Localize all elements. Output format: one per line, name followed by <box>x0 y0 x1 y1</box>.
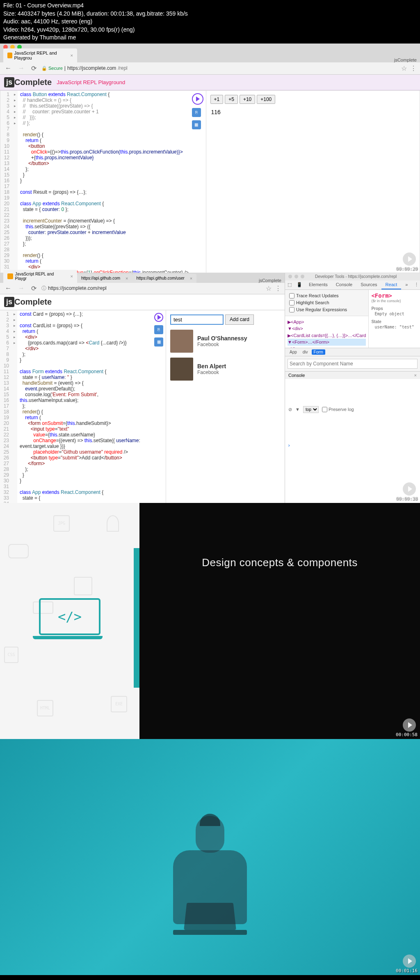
laptop-icon: </> <box>37 598 103 643</box>
context-select[interactable]: top <box>303 406 319 413</box>
format-icon[interactable]: ⎘ <box>192 108 201 117</box>
add-card-button[interactable]: Add card <box>225 314 254 325</box>
code-content[interactable]: class Button extends React.Component { /… <box>18 91 206 273</box>
plus-5-button[interactable]: +5 <box>225 95 238 104</box>
line-number-gutter: 1234567891011121314151617181920212223242… <box>0 91 12 273</box>
maximize-window-icon[interactable] <box>301 275 304 278</box>
timestamp-label: 00:00:58 <box>396 732 418 737</box>
format-icon[interactable]: ⎘ <box>154 325 163 334</box>
timestamp-label: 00:00:20 <box>396 266 418 271</box>
card-name: Ben Alpert <box>197 363 226 370</box>
address-bar[interactable]: ⓘ https://jscomplete.com/repl <box>41 285 262 292</box>
accent-bar <box>134 548 139 688</box>
use-regex-checkbox[interactable]: Use Regular Expressions <box>289 306 364 313</box>
devtools-title-bar: Developer Tools - https://jscomplete.com… <box>285 273 420 280</box>
secure-badge: 🔒 Secure <box>41 66 63 71</box>
devtools-tabs: ⬚ 📱 Elements Console Sources React » ⋮ <box>285 280 420 290</box>
close-tab-icon[interactable]: × <box>71 53 73 58</box>
devtools-menu-icon[interactable]: ⋮ <box>412 280 420 289</box>
breadcrumb-item[interactable]: Form <box>312 349 325 355</box>
address-bar-row: ← → ⟳ ⓘ https://jscomplete.com/repl ☆ ⋮ <box>0 283 285 294</box>
filter-icon[interactable]: ▼ <box>295 407 300 412</box>
bookmark-icon[interactable]: ☆ <box>266 285 272 292</box>
play-overlay-icon[interactable] <box>403 718 416 732</box>
device-icon[interactable]: 📱 <box>294 280 305 289</box>
breadcrumb-item[interactable]: div <box>301 349 310 355</box>
jscomplete-logo[interactable]: jsComplete <box>4 77 52 87</box>
bookmark-icon[interactable]: ☆ <box>401 64 407 72</box>
reload-button[interactable]: ⟳ <box>30 285 38 292</box>
devtools-title: Developer Tools - https://jscomplete.com… <box>315 274 397 279</box>
presenter-silhouette <box>169 816 251 947</box>
address-bar[interactable]: 🔒 Secure | https://jscomplete.com/repl <box>41 65 398 71</box>
repl-container: 1234567891011121314151617181920212223242… <box>0 90 420 273</box>
props-value: Empty object <box>371 312 418 316</box>
back-button[interactable]: ← <box>3 64 13 72</box>
preserve-log-checkbox[interactable]: Preserve log <box>322 407 354 412</box>
plus-1-button[interactable]: +1 <box>210 95 224 104</box>
more-tabs[interactable]: » <box>401 280 412 289</box>
reload-button[interactable]: ⟳ <box>30 64 38 72</box>
close-tab-icon[interactable]: × <box>190 276 192 281</box>
close-tab-icon[interactable]: × <box>126 276 128 281</box>
elements-tab[interactable]: Elements <box>305 280 332 289</box>
close-window-icon[interactable] <box>288 275 292 278</box>
slide-title: Design concepts & components <box>202 556 358 569</box>
editor-toolbar: ⎘ ▦ <box>192 93 203 129</box>
menu-icon[interactable]: ⋮ <box>410 64 417 72</box>
devtools-panel: Developer Tools - https://jscomplete.com… <box>285 273 420 503</box>
plus-10-button[interactable]: +10 <box>240 95 255 104</box>
minimize-window-icon[interactable] <box>294 275 298 278</box>
image-icon[interactable]: ▦ <box>154 337 163 347</box>
sources-tab[interactable]: Sources <box>356 280 381 289</box>
breadcrumb-item[interactable]: App <box>288 349 299 355</box>
inspect-icon[interactable]: ⬚ <box>285 280 294 289</box>
component-tree[interactable]: ▶<App> ▼<div> ▶<CardList cards=[{…}, {…}… <box>285 316 368 348</box>
username-input[interactable] <box>170 314 224 325</box>
favicon-icon <box>7 53 12 58</box>
card-item: Ben Alpert Facebook <box>170 358 281 381</box>
console-note: ($r in the console) <box>371 299 418 303</box>
search-input[interactable] <box>288 359 418 369</box>
tab-title: JavaScript REPL and Playgrou <box>14 50 65 60</box>
props-panel: <Form> ($r in the console) Props Empty o… <box>368 290 420 348</box>
forward-button[interactable]: → <box>16 285 26 292</box>
back-button[interactable]: ← <box>3 285 13 292</box>
clear-console-icon[interactable]: ⊘ <box>288 407 292 412</box>
play-overlay-icon[interactable] <box>403 955 416 968</box>
forward-button[interactable]: → <box>16 64 26 72</box>
play-overlay-icon[interactable] <box>403 482 416 496</box>
selected-component: <Form> <box>371 292 418 299</box>
thumbnail-frame-3: JPG CSS HTML EXE </> Design concepts & c… <box>0 503 420 739</box>
console-prompt[interactable]: › <box>285 440 420 503</box>
add-card-form: Add card <box>170 314 281 325</box>
console-tab[interactable]: Console <box>332 280 356 289</box>
jscomplete-header: jsComplete <box>0 294 285 310</box>
browser-tab-2[interactable]: https://api.github.com× <box>77 274 132 283</box>
browser-tab-1[interactable]: JavaScript REPL and Playgr× <box>3 270 77 283</box>
slide-text-panel: Design concepts & components <box>139 503 420 739</box>
play-overlay-icon[interactable] <box>403 252 416 266</box>
browser-tab-3[interactable]: https://api.github.com/user× <box>132 274 197 283</box>
jscomplete-header: jsComplete JavaScript REPL Playground <box>0 75 420 90</box>
code-editor[interactable]: 1234567891011121314151617181920212223242… <box>0 91 206 273</box>
trace-updates-checkbox[interactable]: Trace React Updates <box>289 292 364 299</box>
state-heading: State <box>371 319 418 324</box>
url-host: https://jscomplete.com <box>67 65 116 71</box>
favicon-icon <box>7 273 13 279</box>
component-breadcrumb: App div Form <box>285 348 420 356</box>
browser-tab[interactable]: JavaScript REPL and Playgrou × <box>3 48 77 62</box>
image-icon[interactable]: ▦ <box>192 120 201 129</box>
run-button[interactable] <box>154 313 163 322</box>
highlight-search-checkbox[interactable]: Highlight Search <box>289 299 364 306</box>
counter-value: 116 <box>210 107 416 117</box>
jscomplete-logo[interactable]: jsComplete <box>4 297 52 307</box>
menu-icon[interactable]: ⋮ <box>275 285 281 292</box>
close-tab-icon[interactable]: × <box>71 274 73 279</box>
plus-100-button[interactable]: +100 <box>257 95 275 104</box>
close-console-icon[interactable]: × <box>414 373 417 378</box>
thumbnail-frame-4: 00:01:16 <box>0 739 420 975</box>
repl-output: +1 +5 +10 +100 116 <box>206 91 420 273</box>
run-button[interactable] <box>192 93 203 105</box>
react-tab[interactable]: React <box>381 280 402 289</box>
